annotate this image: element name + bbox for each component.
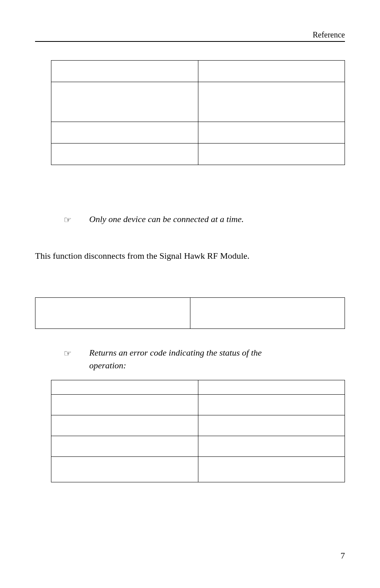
table-row — [51, 456, 345, 482]
note-text-line-2: operation: — [89, 360, 126, 370]
table-row — [51, 61, 345, 82]
note-block: ☞ Only one device can be connected at a … — [64, 213, 345, 226]
running-header: Reference — [35, 30, 345, 39]
pointing-hand-icon: ☞ — [64, 214, 72, 226]
page-number: 7 — [341, 551, 345, 561]
table-row — [51, 122, 345, 144]
table-row — [51, 82, 345, 122]
table-row — [35, 297, 345, 328]
table-return-codes-1 — [51, 60, 345, 165]
table-row — [51, 394, 345, 415]
table-row — [51, 144, 345, 165]
body-paragraph: This function disconnects from the Signa… — [35, 250, 345, 262]
table-row — [51, 415, 345, 436]
note-block: ☞ Returns an error code indicating the s… — [64, 346, 345, 372]
table-header-row — [51, 380, 345, 394]
table-return-codes-2 — [51, 380, 345, 482]
table-parameters — [35, 297, 345, 329]
note-text-line-1: Returns an error code indicating the sta… — [89, 348, 262, 358]
note-text: Only one device can be connected at a ti… — [89, 213, 244, 226]
page: Reference ☞ Only one device can be conne… — [0, 0, 380, 588]
header-rule — [35, 41, 345, 42]
table-row — [51, 436, 345, 456]
pointing-hand-icon: ☞ — [64, 347, 72, 360]
